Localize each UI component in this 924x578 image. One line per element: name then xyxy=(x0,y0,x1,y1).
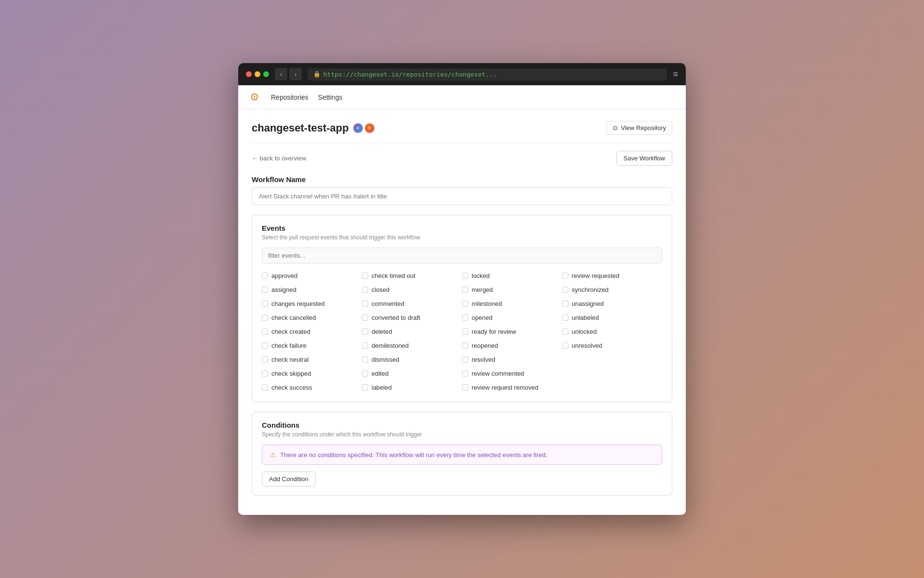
event-checkbox[interactable] xyxy=(362,384,368,391)
nav-settings[interactable]: Settings xyxy=(318,92,343,103)
event-checkbox[interactable] xyxy=(362,328,368,335)
event-checkbox[interactable] xyxy=(462,315,468,321)
event-checkbox[interactable] xyxy=(262,273,268,279)
event-checkbox[interactable] xyxy=(362,273,368,279)
event-label: review commented xyxy=(472,370,524,377)
browser-nav: ‹ › xyxy=(275,68,302,80)
event-item: check created xyxy=(262,326,362,337)
event-item: locked xyxy=(462,270,562,281)
conditions-title: Conditions xyxy=(262,421,662,429)
event-item: labeled xyxy=(362,382,462,393)
event-item: commented xyxy=(362,298,462,309)
event-label: assigned xyxy=(271,286,296,293)
event-checkbox[interactable] xyxy=(562,301,568,307)
repo-title-area: changeset-test-app A B xyxy=(252,122,375,134)
event-item: synchronized xyxy=(562,284,662,295)
avatar-1: A xyxy=(353,123,363,133)
event-checkbox[interactable] xyxy=(362,301,368,307)
event-item: check cancelled xyxy=(262,312,362,323)
filter-events-input[interactable] xyxy=(262,248,662,263)
event-checkbox[interactable] xyxy=(262,370,268,377)
event-item: assigned xyxy=(262,284,362,295)
event-checkbox[interactable] xyxy=(362,370,368,377)
event-label: unlocked xyxy=(572,328,597,335)
url-text: https://changeset.io/repositories/change… xyxy=(323,71,497,78)
event-label: review request removed xyxy=(472,384,539,391)
event-checkbox[interactable] xyxy=(562,328,568,335)
event-label: deleted xyxy=(372,328,392,335)
app-logo-icon: ⚙ xyxy=(250,91,259,104)
event-label: labeled xyxy=(372,384,392,391)
event-label: merged xyxy=(472,286,493,293)
event-item: closed xyxy=(362,284,462,295)
menu-button[interactable]: ≡ xyxy=(673,69,678,79)
save-workflow-button[interactable]: Save Workflow xyxy=(616,151,672,166)
event-label: ready for review xyxy=(472,328,516,335)
event-item: demilestoned xyxy=(362,340,462,351)
view-repo-label: View Repository xyxy=(621,124,666,131)
page-content: changeset-test-app A B ⊙ View Repository… xyxy=(238,109,686,515)
event-label: locked xyxy=(472,272,490,279)
close-dot[interactable] xyxy=(246,71,252,77)
browser-chrome: ‹ › 🔒 https://changeset.io/repositories/… xyxy=(238,63,686,85)
event-checkbox[interactable] xyxy=(262,342,268,349)
maximize-dot[interactable] xyxy=(263,71,269,77)
back-button[interactable]: ‹ xyxy=(275,68,287,80)
event-checkbox[interactable] xyxy=(562,342,568,349)
repo-title: changeset-test-app xyxy=(252,122,349,134)
event-label: resolved xyxy=(472,356,495,363)
event-checkbox[interactable] xyxy=(562,287,568,293)
event-label: dismissed xyxy=(372,356,399,363)
event-label: closed xyxy=(372,286,390,293)
view-repo-button[interactable]: ⊙ View Repository xyxy=(606,121,672,135)
events-subtitle: Select the pull request events that shou… xyxy=(262,234,662,241)
event-item: unresolved xyxy=(562,340,662,351)
event-item: changes requested xyxy=(262,298,362,309)
event-checkbox[interactable] xyxy=(362,287,368,293)
event-checkbox[interactable] xyxy=(462,273,468,279)
nav-repositories[interactable]: Repositories xyxy=(271,92,308,103)
back-link-row: ← back to overview Save Workflow xyxy=(252,151,672,166)
event-checkbox[interactable] xyxy=(562,315,568,321)
event-checkbox[interactable] xyxy=(262,315,268,321)
event-checkbox[interactable] xyxy=(262,328,268,335)
url-bar[interactable]: 🔒 https://changeset.io/repositories/chan… xyxy=(308,68,667,80)
back-link[interactable]: ← back to overview xyxy=(252,155,306,162)
event-checkbox[interactable] xyxy=(262,287,268,293)
event-checkbox[interactable] xyxy=(462,370,468,377)
event-label: check failure xyxy=(271,342,307,349)
event-checkbox[interactable] xyxy=(262,301,268,307)
event-checkbox[interactable] xyxy=(362,315,368,321)
event-label: opened xyxy=(472,314,492,321)
workflow-name-input[interactable] xyxy=(252,187,672,205)
event-item: reopened xyxy=(462,340,562,351)
warning-icon: ⚠ xyxy=(270,451,276,459)
workflow-name-label: Workflow Name xyxy=(252,175,672,184)
event-item: check neutral xyxy=(262,354,362,365)
event-item: milestoned xyxy=(462,298,562,309)
event-checkbox[interactable] xyxy=(462,384,468,391)
event-item: check timed out xyxy=(362,270,462,281)
avatar-group: A B xyxy=(353,123,375,133)
event-checkbox[interactable] xyxy=(462,328,468,335)
event-checkbox[interactable] xyxy=(462,356,468,363)
repo-header: changeset-test-app A B ⊙ View Repository xyxy=(252,121,672,143)
event-checkbox[interactable] xyxy=(362,356,368,363)
event-label: check success xyxy=(271,384,312,391)
event-item: opened xyxy=(462,312,562,323)
event-checkbox[interactable] xyxy=(462,287,468,293)
browser-dots xyxy=(246,71,269,77)
event-checkbox[interactable] xyxy=(562,273,568,279)
event-checkbox[interactable] xyxy=(462,301,468,307)
warning-box: ⚠ There are no conditions specified. Thi… xyxy=(262,445,662,465)
event-label: check skipped xyxy=(271,370,311,377)
add-condition-button[interactable]: Add Condition xyxy=(262,472,316,486)
event-checkbox[interactable] xyxy=(262,356,268,363)
event-checkbox[interactable] xyxy=(462,342,468,349)
event-label: synchronized xyxy=(572,286,609,293)
event-checkbox[interactable] xyxy=(362,342,368,349)
events-grid: approvedcheck timed outlockedreview requ… xyxy=(262,270,662,393)
forward-button[interactable]: › xyxy=(289,68,302,80)
event-checkbox[interactable] xyxy=(262,384,268,391)
minimize-dot[interactable] xyxy=(255,71,260,77)
